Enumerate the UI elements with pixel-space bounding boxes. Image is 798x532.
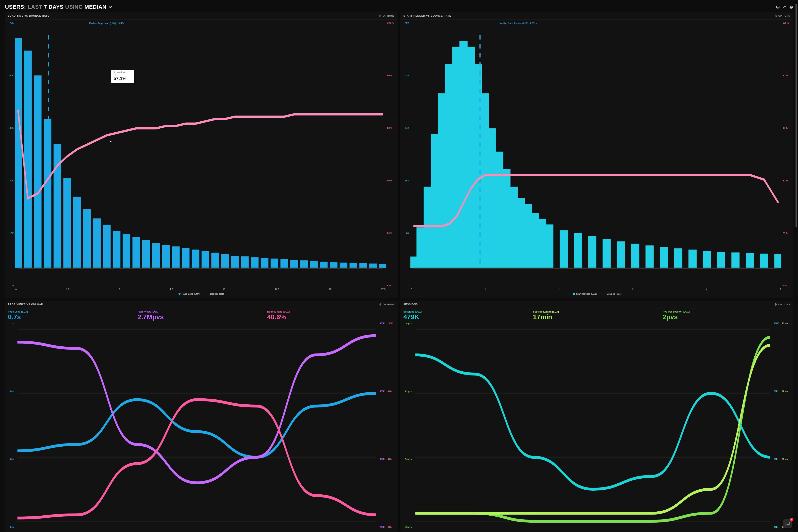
plot-load-bounce[interactable]: Median Page Load (LUX): 2.056s Bounce Ra… — [15, 22, 386, 290]
svg-rect-49 — [424, 187, 432, 268]
xtick: 17.5 — [381, 288, 385, 290]
y-axis-right: 100 % 80 % 60 % 40 % 20 % 0 % — [781, 22, 790, 290]
svg-rect-37 — [320, 262, 327, 268]
plot-pv-onload[interactable] — [15, 322, 379, 529]
plot-sessions[interactable] — [413, 322, 773, 529]
title-prefix: USERS: — [5, 4, 26, 10]
svg-rect-14 — [93, 218, 101, 268]
y-axis-left: 40K 32K 24K 16K 8K 0 — [403, 22, 411, 290]
kpi-value: 479K — [403, 314, 531, 320]
options-button[interactable]: OPTIONS — [379, 15, 395, 17]
svg-rect-19 — [142, 240, 150, 268]
kpi-session-length[interactable]: Session Length (LUX) 17min — [533, 310, 661, 320]
legend-item-line[interactable]: Bounce Rate — [205, 292, 224, 295]
chevron-down-icon[interactable] — [108, 5, 113, 10]
ytick: 30K — [8, 179, 14, 182]
ytick: 500K — [380, 322, 387, 325]
ytick: 100K — [774, 322, 781, 325]
svg-rect-38 — [330, 262, 338, 268]
title-dim-using: USING — [65, 4, 83, 10]
y-axis-left: 1s 0.8s 0.6s 0.4s — [8, 322, 15, 529]
plot-render-bounce[interactable]: Median Start Render (LUX): 1.031s 0 1 2 … — [411, 22, 781, 290]
ytick: 40 % — [783, 179, 790, 182]
legend-item-bar[interactable]: Start Render (LUX) — [573, 292, 596, 295]
page-title[interactable]: USERS: LAST 7 DAYS USING MEDIAN — [5, 4, 113, 10]
kpi-label: PVs Per Session (LUX) — [663, 310, 790, 313]
panel-body: 40K 32K 24K 16K 8K 0 Median Start Render… — [400, 20, 793, 298]
title-range: 7 DAYS — [44, 4, 63, 10]
panel-header: PAGE VIEWS VS ONLOAD OPTIONS — [5, 301, 398, 308]
svg-rect-35 — [300, 260, 308, 268]
share-icon[interactable] — [783, 5, 786, 9]
svg-rect-73 — [645, 245, 653, 268]
svg-rect-6 — [15, 38, 22, 268]
kpi-value: 0.7s — [8, 314, 135, 320]
ytick: 80 % — [387, 74, 395, 77]
panel-title: LOAD TIME VS BOUNCE RATE — [8, 14, 50, 17]
svg-rect-67 — [559, 230, 568, 268]
svg-rect-65 — [538, 218, 546, 268]
svg-rect-66 — [545, 225, 553, 268]
kpi-pvs-per-session[interactable]: PVs Per Session (LUX) 2pvs — [663, 310, 790, 320]
chat-button[interactable]: 4 — [783, 519, 792, 528]
panel-header: SESSIONS OPTIONS — [400, 301, 793, 308]
tooltip-label: Bounce Rate — [113, 71, 126, 74]
panel-header: START RENDER VS BOUNCE RATE OPTIONS — [400, 12, 793, 20]
legend-label: Bounce Rate — [607, 292, 621, 295]
kpi-label: Session Length (LUX) — [533, 310, 661, 313]
svg-rect-43 — [379, 264, 386, 268]
ytick: 0 — [403, 284, 409, 287]
svg-rect-54 — [459, 41, 468, 268]
kpi-sessions[interactable]: Sessions (LUX) 479K — [403, 310, 531, 320]
gear-icon — [379, 303, 382, 306]
svg-rect-52 — [445, 64, 453, 268]
kpi-page-load[interactable]: Page Load (LUX) 0.7s — [8, 310, 135, 320]
legend-item-bar[interactable]: Page Load (LUX) — [178, 292, 200, 295]
gear-icon — [379, 15, 382, 17]
kpi-bounce-rate[interactable]: Bounce Rate (LUX) 40.6% — [267, 310, 395, 320]
panel-title: START RENDER VS BOUNCE RATE — [403, 14, 451, 17]
y-axis-left: 75K 60K 45K 30K 15K 0 — [8, 22, 15, 290]
options-button[interactable]: OPTIONS — [775, 15, 790, 17]
ytick: 0.8s — [8, 390, 14, 393]
tooltip-sub: 7s — [113, 74, 116, 76]
legend-label: Start Render (LUX) — [576, 292, 596, 295]
svg-rect-41 — [359, 263, 367, 268]
dashboard-header: USERS: LAST 7 DAYS USING MEDIAN ? — [5, 4, 793, 12]
ytick: 40 % — [387, 179, 395, 182]
legend-item-line[interactable]: Bounce Rate — [602, 292, 621, 295]
kpi-page-views[interactable]: Page Views (LUX) 2.7Mpvs — [137, 310, 265, 320]
ytick: 4 pvs — [403, 322, 412, 325]
ytick: 24K — [403, 127, 409, 129]
y-axis-left: 4 pvs 3.2 pvs 2.4 pvs 1.6 pvs — [403, 322, 413, 529]
header-actions: ? — [776, 5, 793, 9]
panel-body: 75K 60K 45K 30K 15K 0 Median Page Load (… — [5, 20, 398, 298]
options-label: OPTIONS — [778, 303, 790, 306]
svg-rect-64 — [531, 213, 539, 268]
svg-rect-82 — [774, 254, 781, 268]
scrollbar[interactable] — [796, 4, 797, 227]
dashboard-screen: USERS: LAST 7 DAYS USING MEDIAN ? — [0, 0, 798, 532]
svg-rect-23 — [182, 248, 190, 268]
chart-area: 75K 60K 45K 30K 15K 0 Median Page Load (… — [8, 22, 395, 290]
options-button[interactable]: OPTIONS — [379, 303, 395, 306]
kpi-label: Sessions (LUX) — [403, 310, 531, 313]
panel-grid: LOAD TIME VS BOUNCE RATE OPTIONS 75K 60K… — [5, 12, 793, 532]
tooltip-value: 57.1% — [113, 76, 132, 81]
ytick: 32 min — [782, 390, 790, 393]
svg-rect-40 — [349, 263, 357, 268]
svg-rect-24 — [192, 250, 199, 268]
kpi-row: Page Load (LUX) 0.7s Page Views (LUX) 2.… — [8, 310, 395, 322]
panel-header: LOAD TIME VS BOUNCE RATE OPTIONS — [5, 12, 398, 20]
svg-rect-57 — [481, 93, 489, 268]
svg-rect-77 — [703, 251, 711, 268]
svg-rect-69 — [588, 236, 596, 268]
help-icon[interactable]: ? — [789, 5, 793, 9]
svg-rect-33 — [281, 259, 288, 268]
ytick: 2.4 pvs — [403, 458, 412, 460]
chat-icon — [785, 521, 790, 526]
monitor-icon[interactable] — [776, 5, 780, 9]
svg-rect-59 — [495, 152, 503, 268]
options-button[interactable]: OPTIONS — [775, 303, 790, 306]
panel-sessions: SESSIONS OPTIONS Sessions (LUX) 479K Ses… — [400, 301, 793, 532]
